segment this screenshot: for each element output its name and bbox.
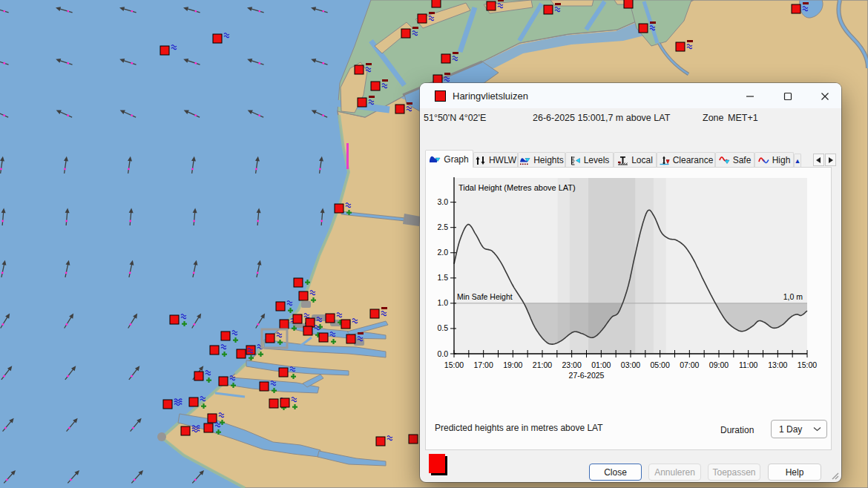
tab-graph[interactable]: Graph [425,150,473,168]
tidal-height-chart[interactable]: 0.00.51.01.52.02.53.015:0017:0019:0021:0… [427,171,828,387]
tab-label: Safe [733,155,752,165]
local-icon [617,156,628,165]
svg-text:1.0: 1.0 [437,298,448,307]
tab-partial[interactable]: ▲ [794,154,801,168]
tab-scroll-left-button[interactable] [813,154,824,166]
magenta-boundary-line [346,143,349,169]
current-height: 1,7 m above LAT [600,113,670,123]
svg-text:09:00: 09:00 [709,360,729,369]
tab-label: Levels [584,155,610,165]
hwlw-mark-icon [444,73,450,75]
duration-select[interactable]: 1 Day [771,420,827,438]
tab-label: High [772,155,791,165]
tab-local[interactable]: Local [614,152,657,168]
tab-safe[interactable]: Safe [715,152,754,168]
min-safe-value: 1,0 m [783,292,803,301]
svg-text:17:00: 17:00 [474,360,493,369]
station-symbol-legend [429,454,445,473]
svg-text:0.0: 0.0 [437,349,448,358]
minimize-icon [746,92,754,101]
maximize-icon [783,92,792,101]
scroll-left-icon [816,157,821,163]
graph-icon [430,154,441,164]
scroll-right-icon [828,157,833,163]
hwlw-mark-icon [803,2,809,4]
tab-label: HWLW [489,155,516,165]
zone-value: MET+1 [728,113,758,123]
dialog-title: Haringvlietsluizen [453,90,528,102]
hwlw-mark-icon [381,307,387,309]
hwlw-mark-icon [369,96,375,98]
hwlw-mark-icon [358,332,364,334]
toepassen-button: Toepassen [708,464,760,481]
heights-icon [519,156,530,165]
min-safe-label: Min Safe Height [457,292,513,301]
station-marker-icon [435,90,446,102]
svg-text:2.0: 2.0 [437,248,448,257]
tab-label: Graph [444,154,468,165]
hwlw-mark-icon [650,22,656,24]
tab-label: Clearance [673,155,714,165]
svg-text:11:00: 11:00 [739,360,758,369]
svg-text:0.5: 0.5 [437,323,448,332]
hwlw-mark-icon [429,12,435,14]
current-datetime: 26-6-2025 15:00 [533,113,601,123]
tide-station-dialog[interactable]: Haringvlietsluizen 51°50'N 4°02'E 26-6-2… [420,83,841,482]
duration-value: 1 Day [779,424,813,435]
levels-icon [570,156,581,165]
duration-label: Duration [720,425,754,435]
tab-hwlw[interactable]: HWLW [473,152,518,168]
tab-scroll-right-button[interactable] [825,154,836,166]
station-position: 51°50'N 4°02'E [424,113,486,123]
svg-text:03:00: 03:00 [621,360,640,369]
svg-text:15:00: 15:00 [444,360,464,369]
close-icon [821,92,829,101]
hwlw-mark-icon [687,40,693,42]
chart-title: Tidal Height (Metres above LAT) [458,183,576,192]
svg-text:1.5: 1.5 [437,273,448,282]
clearance-icon [659,156,670,165]
safe-icon [719,156,730,165]
close-window-button[interactable] [814,88,836,104]
hwlw-mark-icon [407,102,412,105]
hwlw-icon [475,156,486,165]
hwlw-mark-icon [412,27,418,29]
hwlw-mark-icon [366,63,372,65]
night-band [636,178,654,354]
tab-bar: GraphHWLWHeightsLevelsLocalClearanceSafe… [425,150,794,168]
tab-label: Local [631,155,653,165]
close-button[interactable]: Close [589,464,642,481]
hwlw-mark-icon [555,3,561,5]
tab-high[interactable]: High [754,152,794,168]
svg-text:13:00: 13:00 [768,360,787,369]
svg-text:2.5: 2.5 [437,222,448,231]
minimize-button[interactable] [739,88,761,104]
svg-text:21:00: 21:00 [533,360,552,369]
svg-text:3.0: 3.0 [437,197,448,206]
hwlw-mark-icon [498,0,504,1]
tab-label: Heights [533,155,564,165]
chevron-down-icon [813,426,821,432]
date-label: 27-6-2025 [569,371,605,380]
chart-footnote: Predicted heights are in metres above LA… [435,423,603,433]
tab-clearance[interactable]: Clearance [657,152,715,168]
annuleren-button: Annuleren [648,464,701,481]
night-band [654,178,666,354]
maximize-button[interactable] [777,88,799,104]
help-button[interactable]: Help [768,464,821,481]
svg-text:15:00: 15:00 [798,360,817,369]
tab-levels[interactable]: Levels [565,152,614,168]
svg-text:23:00: 23:00 [562,360,582,369]
hwlw-mark-icon [453,52,458,54]
svg-text:05:00: 05:00 [651,360,670,369]
svg-text:01:00: 01:00 [591,360,611,369]
svg-text:19:00: 19:00 [503,360,522,369]
svg-text:07:00: 07:00 [680,360,699,369]
zone-label: Zone [703,113,724,123]
tab-heights[interactable]: Heights [518,152,565,168]
hwlw-mark-icon [382,79,388,82]
graph-tab-page: 0.00.51.01.52.02.53.015:0017:0019:0021:0… [425,167,832,450]
app-screen: Haringvlietsluizen 51°50'N 4°02'E 26-6-2… [0,0,868,488]
high-icon [758,156,769,165]
resize-grip[interactable] [830,471,839,480]
